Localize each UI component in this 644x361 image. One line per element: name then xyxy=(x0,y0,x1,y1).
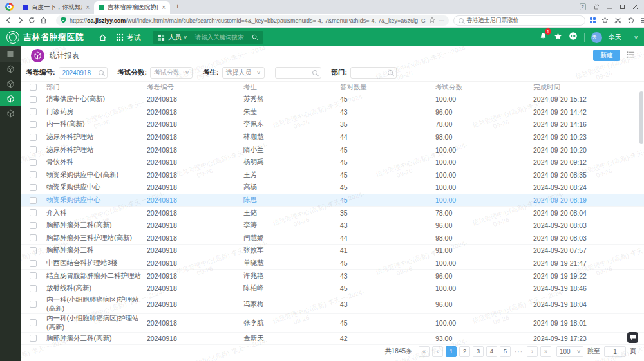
favorites-star-button[interactable] xyxy=(554,32,562,43)
sidebar-item-menu-1[interactable] xyxy=(0,62,21,77)
translate-extension-icon[interactable]: G xyxy=(421,17,426,24)
tab-close-icon[interactable]: × xyxy=(162,5,166,11)
first-page-button[interactable]: « xyxy=(419,346,430,357)
global-search-input[interactable]: 请输入关键词搜索 xyxy=(195,33,248,42)
avatar[interactable]: 天一 xyxy=(591,32,602,43)
display-settings-icon[interactable] xyxy=(627,50,635,61)
search-icon xyxy=(459,18,464,23)
forward-icon[interactable] xyxy=(17,17,24,24)
search-icon xyxy=(388,70,393,75)
table-row[interactable]: 胸部肿瘤外三科护理站(高新)20240918闫慧娇4498.002024-09-… xyxy=(21,232,644,245)
row-checkbox[interactable] xyxy=(30,234,37,241)
table-row[interactable]: 内一科(高新)20240918李佩东3578.002024-09-20 14:1… xyxy=(21,118,644,131)
screenshot-scissors-icon[interactable] xyxy=(614,15,621,26)
row-checkbox[interactable] xyxy=(30,222,37,229)
profile-badge[interactable]: 2 xyxy=(580,3,586,10)
row-checkbox[interactable] xyxy=(30,134,37,141)
undo-icon[interactable] xyxy=(627,15,634,26)
messages-button[interactable] xyxy=(569,32,578,43)
sidebar-item-menu-4[interactable] xyxy=(0,106,21,121)
sidebar-toggle-icon[interactable] xyxy=(0,46,21,62)
row-checkbox[interactable] xyxy=(30,285,37,292)
sidebar-item-menu-3[interactable] xyxy=(0,91,21,106)
quick-search-box[interactable]: 香港迪士尼门票涨价 xyxy=(453,15,585,26)
select-all-checkbox[interactable] xyxy=(30,84,37,91)
row-checkbox[interactable] xyxy=(30,272,37,279)
scrollbar-thumb[interactable] xyxy=(639,91,643,144)
table-row[interactable]: 胸部肿瘤外三科20240918张效军4191.002024-09-20 07:5… xyxy=(21,245,644,257)
dept-search-input[interactable] xyxy=(350,67,397,79)
page-button-5[interactable]: 5 xyxy=(500,346,511,357)
row-checkbox[interactable] xyxy=(30,171,37,178)
jump-page-input[interactable]: 1 xyxy=(604,346,626,357)
row-checkbox[interactable] xyxy=(30,197,37,204)
row-checkbox[interactable] xyxy=(30,247,37,254)
home-icon[interactable] xyxy=(40,17,47,24)
global-search[interactable]: 人员∨ 请输入关键词搜索 xyxy=(153,31,263,44)
skin-icon[interactable] xyxy=(593,4,600,10)
row-checkbox[interactable] xyxy=(30,96,37,103)
table-row[interactable]: 内一科(小细胞肺癌病区)护理站(高新)20240918冯家梅4396.00202… xyxy=(21,295,644,314)
prev-page-button[interactable]: ‹ xyxy=(432,346,443,357)
table-row[interactable]: 消毒供应中心(高新)20240918苏秀然45100.002024-09-20 … xyxy=(21,93,644,106)
row-checkbox[interactable] xyxy=(30,121,37,128)
row-checkbox[interactable] xyxy=(30,184,37,191)
close-window-button[interactable] xyxy=(632,4,638,10)
row-checkbox[interactable] xyxy=(30,260,37,267)
row-checkbox[interactable] xyxy=(30,108,37,115)
tab-close-icon[interactable]: × xyxy=(86,5,90,11)
page-button-2[interactable]: 2 xyxy=(459,346,470,357)
table-row[interactable]: 骨软外科20240918杨明禹45100.002024-09-20 09:12 xyxy=(21,156,644,169)
page-button-1[interactable]: 1 xyxy=(446,346,457,357)
page-button-4[interactable]: 4 xyxy=(486,346,497,357)
favorites-icon[interactable] xyxy=(601,15,609,26)
table-row[interactable]: 泌尿外科护理站20240918隋小兰45100.002024-09-20 10:… xyxy=(21,143,644,156)
browser-tab-oa[interactable]: 吉林省肿瘤医院协同办公系统 × xyxy=(94,1,170,14)
table-row[interactable]: 内一科(小细胞肺癌病区)护理站(高新)20240918张李航45100.0020… xyxy=(21,314,644,333)
reload-icon[interactable] xyxy=(28,17,35,24)
back-icon[interactable] xyxy=(5,17,12,24)
row-checkbox[interactable] xyxy=(30,319,37,326)
maximize-button[interactable] xyxy=(620,4,625,10)
row-checkbox[interactable] xyxy=(30,209,37,216)
exam-no-input[interactable]: 20240918 xyxy=(59,67,108,79)
new-tab-button[interactable]: + xyxy=(175,1,180,11)
new-button[interactable]: 新建 xyxy=(593,50,620,61)
table-row[interactable]: 物资采购供应中心20240918高杨45100.002024-09-20 08:… xyxy=(21,181,644,194)
bookmark-star-icon[interactable] xyxy=(429,17,435,24)
table-row[interactable]: 结直肠胃腹部肿瘤外二科护理站20240918许兆艳4396.002024-09-… xyxy=(21,270,644,282)
table-row[interactable]: 门诊药房20240918朱莹4396.002024-09-20 14:42 xyxy=(21,106,644,119)
url-more-icon[interactable]: ⋯ xyxy=(439,17,444,24)
user-menu-chevron-icon[interactable]: ∨ xyxy=(634,35,638,40)
row-checkbox[interactable] xyxy=(30,159,37,166)
sidebar-item-menu-2[interactable] xyxy=(0,77,21,91)
table-row[interactable]: 胸部肿瘤外三科(高新)20240918李涛4396.002024-09-20 0… xyxy=(21,219,644,232)
row-checkbox[interactable] xyxy=(30,301,37,308)
minimize-button[interactable] xyxy=(607,4,612,10)
url-bar[interactable]: https://oa.jlszlyy.com/wui/index.html#/m… xyxy=(56,15,449,26)
table-row[interactable]: 介入科20240918王储3578.002024-09-20 08:04 xyxy=(21,207,644,219)
scrollbar[interactable] xyxy=(639,48,643,360)
page-button-3[interactable]: 3 xyxy=(473,346,484,357)
app-switcher[interactable]: 考试 xyxy=(116,33,141,42)
search-scope-select[interactable]: 人员∨ xyxy=(169,33,187,42)
next-page-button[interactable]: › xyxy=(527,346,538,357)
table-row[interactable]: 泌尿外科护理站20240918林珈慧4498.002024-09-20 10:2… xyxy=(21,131,644,144)
page-size-select[interactable]: 100∨ xyxy=(556,346,583,357)
browser-tab-baidu[interactable]: 百度一下，你就知道 × xyxy=(18,1,94,14)
score-select[interactable]: 考试分数∨ xyxy=(150,67,193,79)
row-checkbox[interactable] xyxy=(30,335,37,342)
notifications-button[interactable]: 1 xyxy=(539,32,547,43)
chat-fab-button[interactable] xyxy=(627,332,638,343)
portal-home-icon[interactable] xyxy=(99,33,107,42)
table-row[interactable]: 物资采购供应中心(高新)20240918王芳45100.002024-09-20… xyxy=(21,169,644,182)
browser-menu-icon[interactable] xyxy=(640,15,644,26)
table-row[interactable]: 物资采购供应中心20240918陈思45100.002024-09-20 08:… xyxy=(21,194,644,207)
apps-grid-icon[interactable] xyxy=(590,17,596,24)
examinee-select[interactable]: 选择人员∨ xyxy=(222,67,265,79)
last-page-button[interactable]: » xyxy=(540,346,551,357)
row-checkbox[interactable] xyxy=(30,146,37,153)
examinee-search-input[interactable] xyxy=(275,67,321,79)
table-row[interactable]: 中西医结合科护理站3楼20240918单晓慧45100.002024-09-19… xyxy=(21,257,644,270)
table-row[interactable]: 放射线科(高新)20240918陈柏峰45100.002024-09-19 18… xyxy=(21,282,644,295)
